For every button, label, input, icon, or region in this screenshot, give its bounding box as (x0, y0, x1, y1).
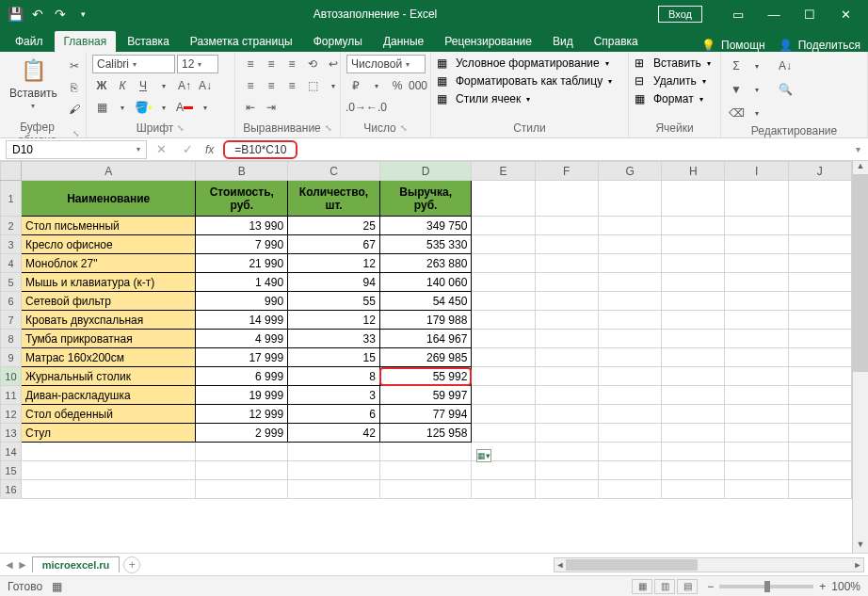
cell[interactable]: 77 994 (379, 405, 472, 424)
col-header-j[interactable]: J (788, 162, 851, 181)
row-header[interactable]: 6 (1, 292, 22, 311)
new-sheet-icon[interactable]: + (123, 556, 140, 573)
align-center-icon[interactable]: ≡ (262, 76, 281, 95)
ribbon-options-icon[interactable]: ▭ (721, 4, 755, 24)
tab-formulas[interactable]: Формулы (304, 31, 372, 52)
page-break-view-icon[interactable]: ▤ (677, 579, 698, 594)
cell[interactable]: 140 060 (379, 273, 472, 292)
borders-icon[interactable]: ▦ (92, 98, 111, 117)
vertical-scrollbar[interactable]: ▲▼ (852, 161, 868, 553)
tell-me-icon[interactable]: 💡 (701, 39, 715, 52)
cell[interactable]: 19 999 (196, 386, 288, 405)
decrease-decimal-icon[interactable]: ←.0 (367, 98, 386, 117)
font-size-combo[interactable]: 12▾ (177, 55, 218, 73)
row-header[interactable]: 15 (1, 461, 22, 480)
formula-input[interactable]: =B10*C10 (223, 140, 297, 159)
table-header[interactable]: Количество,шт. (288, 181, 380, 217)
cell[interactable]: 12 999 (196, 405, 288, 424)
italic-button[interactable]: К (113, 76, 132, 95)
tab-help[interactable]: Справка (585, 31, 648, 52)
col-header-i[interactable]: I (725, 162, 788, 181)
row-header[interactable]: 2 (1, 217, 22, 235)
decrease-font-icon[interactable]: A↓ (196, 76, 215, 95)
tab-file[interactable]: Файл (6, 31, 53, 52)
zoom-out-icon[interactable]: − (707, 580, 714, 593)
redo-icon[interactable]: ↷ (51, 5, 70, 24)
col-header-c[interactable]: C (288, 162, 380, 181)
align-left-icon[interactable]: ≡ (241, 76, 260, 95)
select-all-corner[interactable] (1, 162, 22, 181)
maximize-icon[interactable]: ☐ (793, 4, 827, 24)
tell-me-label[interactable]: Помощн (721, 39, 765, 52)
cell[interactable]: Моноблок 27" (21, 254, 195, 273)
align-top-icon[interactable]: ≡ (241, 55, 260, 73)
conditional-formatting-button[interactable]: ▦Условное форматирование▾ (437, 56, 609, 70)
cell[interactable]: 13 990 (196, 217, 288, 235)
merge-icon[interactable]: ⬚ (303, 76, 322, 95)
enter-formula-icon[interactable]: ✓ (179, 142, 196, 156)
cell[interactable]: 1 490 (196, 273, 288, 292)
col-header-b[interactable]: B (196, 162, 288, 181)
align-right-icon[interactable]: ≡ (282, 76, 301, 95)
font-color-icon[interactable]: A (175, 98, 194, 117)
tab-insert[interactable]: Вставка (118, 31, 179, 52)
cell[interactable]: 94 (288, 273, 380, 292)
cell[interactable]: 17 999 (196, 348, 288, 367)
cell[interactable]: 179 988 (379, 311, 472, 330)
cell[interactable]: 67 (288, 235, 380, 254)
clipboard-dialog-icon[interactable]: ⤡ (72, 129, 80, 138)
worksheet-grid[interactable]: A B C D E F G H I J 1НаименованиеСтоимос… (0, 161, 868, 553)
cell[interactable]: 55 (288, 292, 380, 311)
cell[interactable]: 54 450 (379, 292, 472, 311)
cell[interactable]: 8 (288, 367, 380, 386)
cell[interactable]: 990 (196, 292, 288, 311)
sort-filter-icon[interactable]: A↓ (776, 56, 795, 75)
cell[interactable]: Матрас 160x200см (21, 348, 195, 367)
zoom-in-icon[interactable]: + (819, 580, 826, 593)
cell[interactable]: 535 330 (379, 235, 472, 254)
cell[interactable]: Мышь и клавиатура (к-т) (21, 273, 195, 292)
zoom-level[interactable]: 100% (831, 580, 860, 593)
delete-cells-button[interactable]: ⊟Удалить▾ (635, 74, 706, 88)
sheet-nav-prev-icon[interactable]: ◄ (4, 558, 15, 572)
cell[interactable]: Стол письменный (21, 217, 195, 235)
table-header[interactable]: Наименование (21, 181, 195, 217)
copy-icon[interactable]: ⎘ (65, 78, 84, 97)
align-middle-icon[interactable]: ≡ (262, 55, 281, 73)
format-painter-icon[interactable]: 🖌 (65, 100, 84, 119)
cell[interactable]: Диван-раскладушка (21, 386, 195, 405)
col-header-d[interactable]: D (379, 162, 472, 181)
row-header[interactable]: 13 (1, 424, 22, 443)
grid-table[interactable]: A B C D E F G H I J 1НаименованиеСтоимос… (0, 161, 852, 499)
autofill-options-icon[interactable]: ▦▾ (476, 449, 491, 462)
expand-formula-bar-icon[interactable]: ▾ (856, 144, 860, 154)
row-header[interactable]: 16 (1, 480, 22, 499)
number-dialog-icon[interactable]: ⤡ (400, 123, 408, 133)
fill-color-icon[interactable]: 🪣 (134, 98, 153, 117)
row-header[interactable]: 14 (1, 443, 22, 461)
font-name-combo[interactable]: Calibri▾ (92, 55, 175, 73)
sheet-nav-next-icon[interactable]: ► (17, 558, 28, 572)
format-cells-button[interactable]: ▦Формат▾ (635, 92, 703, 105)
sheet-tab[interactable]: microexcel.ru (32, 556, 121, 572)
format-as-table-button[interactable]: ▦Форматировать как таблицу▾ (437, 74, 612, 88)
autosum-icon[interactable]: Σ (727, 56, 746, 75)
cell[interactable]: Сетевой фильтр (21, 292, 195, 311)
orientation-icon[interactable]: ⟲ (303, 55, 322, 73)
macro-record-icon[interactable]: ▦ (52, 580, 62, 593)
cancel-formula-icon[interactable]: ✕ (153, 142, 169, 156)
col-header-f[interactable]: F (535, 162, 598, 181)
underline-button[interactable]: Ч (134, 76, 153, 95)
row-header[interactable]: 11 (1, 386, 22, 405)
cell[interactable]: 14 999 (196, 311, 288, 330)
signin-button[interactable]: Вход (658, 6, 702, 23)
cell[interactable]: 59 997 (379, 386, 472, 405)
row-header[interactable]: 7 (1, 311, 22, 330)
zoom-slider[interactable] (719, 585, 813, 588)
wrap-text-icon[interactable]: ↩ (324, 55, 343, 73)
cell[interactable]: Кровать двухспальная (21, 311, 195, 330)
share-icon[interactable]: 👤 (779, 39, 793, 52)
clear-icon[interactable]: ⌫ (727, 104, 746, 122)
row-header[interactable]: 4 (1, 254, 22, 273)
cell-styles-button[interactable]: ▦Стили ячеек▾ (437, 92, 530, 105)
